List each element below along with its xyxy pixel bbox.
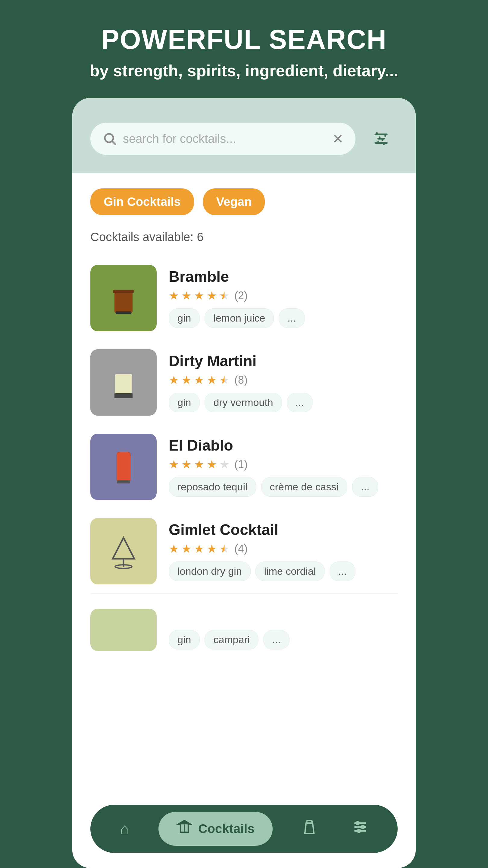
- cocktail-name: El Diablo: [169, 437, 398, 454]
- list-item[interactable]: Bramble ★ ★ ★ ★ ★ (2) gin lemon juice ..…: [90, 256, 398, 340]
- ingredient-tags: gin campari ...: [169, 630, 398, 650]
- ingredient-tags: reposado tequil crème de cassi ...: [169, 477, 398, 497]
- cocktail-thumbnail-dirty-martini: [90, 349, 157, 415]
- star-3: ★: [194, 458, 204, 471]
- ingredient-tag: lime cordial: [255, 561, 325, 581]
- star-1: ★: [169, 542, 179, 555]
- ingredient-tags: gin dry vermouth ...: [169, 393, 398, 412]
- search-icon: [102, 131, 117, 146]
- nav-item-home[interactable]: ⌂: [114, 814, 135, 844]
- home-icon: ⌂: [120, 820, 129, 838]
- list-item[interactable]: El Diablo ★ ★ ★ ★ ★ (1) reposado tequil …: [90, 425, 398, 509]
- bottom-nav: ⌂ Cocktails: [90, 805, 398, 853]
- results-area: Gin Cocktails Vegan Cocktails available:…: [72, 173, 416, 796]
- ingredient-tag: ...: [330, 561, 355, 581]
- rating-count: (2): [234, 289, 248, 302]
- cocktail-thumbnail-el-diablo: [90, 434, 157, 500]
- header-section: POWERFUL SEARCH by strength, spirits, in…: [0, 0, 488, 98]
- cocktail-thumbnail-partial: [90, 609, 157, 651]
- ingredient-tag: gin: [169, 630, 200, 650]
- stars-row: ★ ★ ★ ★ ★ (1): [169, 458, 398, 471]
- svg-point-28: [361, 826, 364, 829]
- svg-point-29: [358, 830, 360, 832]
- stars-row: ★ ★ ★ ★ ★ (4): [169, 542, 398, 555]
- svg-rect-11: [115, 292, 133, 313]
- tag-gin-cocktails[interactable]: Gin Cocktails: [90, 188, 194, 215]
- cocktail-info-partial: gin campari ...: [169, 609, 398, 650]
- star-half: ★: [219, 542, 230, 555]
- cocktail-thumbnail-bramble: [90, 265, 157, 331]
- clear-icon[interactable]: ✕: [332, 131, 344, 147]
- ingredient-tag: lemon juice: [204, 308, 274, 328]
- nav-item-cocktails[interactable]: Cocktails: [158, 812, 272, 846]
- svg-rect-16: [117, 452, 130, 482]
- star-4: ★: [207, 542, 217, 555]
- ingredient-tag: campari: [204, 630, 258, 650]
- rating-count: (1): [234, 458, 248, 471]
- partial-cocktail-item: gin campari ...: [90, 593, 398, 651]
- ingredient-tag: gin: [169, 393, 200, 412]
- rating-count: (8): [234, 374, 248, 386]
- list-item[interactable]: Gimlet Cocktail ★ ★ ★ ★ ★ (4) london dry…: [90, 509, 398, 593]
- stars-row: ★ ★ ★ ★ ★ (8): [169, 373, 398, 387]
- nav-item-spirits[interactable]: [295, 813, 323, 844]
- star-3: ★: [194, 373, 204, 387]
- star-half: ★: [219, 373, 230, 387]
- nav-item-filter[interactable]: [347, 813, 374, 844]
- svg-point-27: [356, 822, 359, 825]
- svg-rect-15: [115, 393, 133, 398]
- tag-vegan[interactable]: Vegan: [203, 188, 265, 215]
- star-2: ★: [181, 289, 192, 302]
- ingredient-tag: crème de cassi: [261, 477, 348, 497]
- star-1: ★: [169, 458, 179, 471]
- search-bar[interactable]: search for cocktails... ✕: [90, 123, 355, 155]
- star-empty: ★: [219, 458, 230, 471]
- stars-row: ★ ★ ★ ★ ★ (2): [169, 289, 398, 302]
- search-area: search for cocktails... ✕: [72, 98, 416, 173]
- cocktail-name: Dirty Martini: [169, 352, 398, 370]
- cocktail-name: Gimlet Cocktail: [169, 521, 398, 538]
- svg-rect-13: [116, 311, 131, 314]
- cocktails-icon: [176, 819, 192, 838]
- star-1: ★: [169, 373, 179, 387]
- ingredient-tag: gin: [169, 308, 200, 328]
- ingredient-tag: ...: [287, 393, 313, 412]
- svg-rect-17: [117, 480, 130, 484]
- cocktail-info-gimlet: Gimlet Cocktail ★ ★ ★ ★ ★ (4) london dry…: [169, 518, 398, 581]
- svg-marker-18: [113, 538, 134, 559]
- ingredient-tags: london dry gin lime cordial ...: [169, 561, 398, 581]
- tags-row: Gin Cocktails Vegan: [90, 188, 398, 215]
- filter-nav-icon: [352, 819, 368, 838]
- star-4: ★: [207, 289, 217, 302]
- star-4: ★: [207, 373, 217, 387]
- star-half: ★: [219, 289, 230, 302]
- cocktail-list: Bramble ★ ★ ★ ★ ★ (2) gin lemon juice ..…: [90, 256, 398, 651]
- ingredient-tag: reposado tequil: [169, 477, 256, 497]
- svg-line-1: [112, 141, 115, 144]
- list-item[interactable]: Dirty Martini ★ ★ ★ ★ ★ (8) gin dry verm…: [90, 340, 398, 425]
- svg-rect-12: [113, 290, 134, 293]
- cocktail-info-dirty-martini: Dirty Martini ★ ★ ★ ★ ★ (8) gin dry verm…: [169, 349, 398, 412]
- ingredient-tag: ...: [352, 477, 378, 497]
- main-title: POWERFUL SEARCH: [12, 24, 476, 55]
- svg-rect-14: [115, 373, 133, 396]
- star-2: ★: [181, 373, 192, 387]
- ingredient-tag: ...: [279, 308, 304, 328]
- cocktail-thumbnail-gimlet: [90, 518, 157, 584]
- sub-title: by strength, spirits, ingredient, dietar…: [12, 61, 476, 80]
- spirits-icon: [301, 819, 317, 838]
- rating-count: (4): [234, 542, 248, 555]
- ingredient-tag: ...: [263, 630, 289, 650]
- search-input[interactable]: search for cocktails...: [123, 132, 326, 146]
- star-1: ★: [169, 289, 179, 302]
- phone-container: search for cocktails... ✕ Gin Cocktails …: [72, 98, 416, 868]
- star-2: ★: [181, 458, 192, 471]
- cocktail-name: Bramble: [169, 268, 398, 285]
- filter-button[interactable]: [364, 122, 398, 155]
- star-4: ★: [207, 458, 217, 471]
- ingredient-tag: dry vermouth: [204, 393, 282, 412]
- cocktail-info-el-diablo: El Diablo ★ ★ ★ ★ ★ (1) reposado tequil …: [169, 434, 398, 497]
- ingredient-tags: gin lemon juice ...: [169, 308, 398, 328]
- cocktails-label: Cocktails: [198, 822, 255, 836]
- star-3: ★: [194, 289, 204, 302]
